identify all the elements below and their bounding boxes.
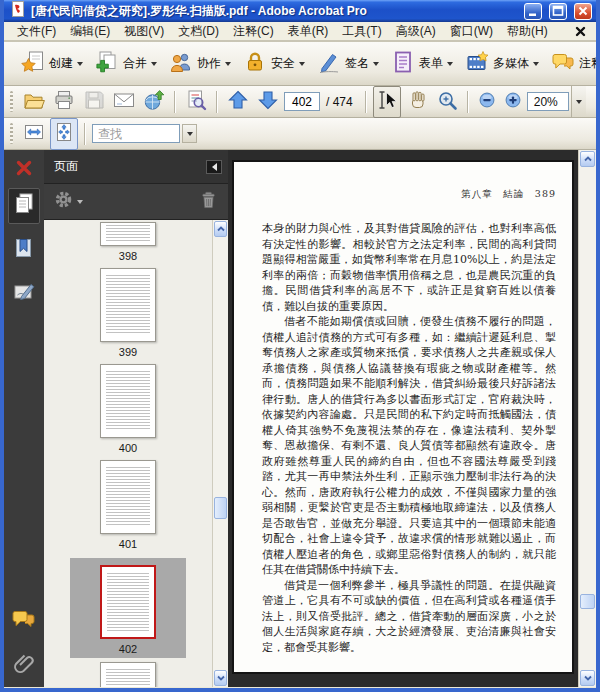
- scrollbar-thumb[interactable]: [214, 497, 227, 519]
- sign-icon: [317, 50, 341, 77]
- create-button-label: 创建: [49, 55, 73, 72]
- multimedia-button[interactable]: 多媒体: [459, 47, 545, 80]
- scroll-down-icon[interactable]: [580, 670, 595, 686]
- fit-width-button[interactable]: [20, 118, 48, 150]
- toolbar-separator: [467, 91, 469, 113]
- thumbnail-page-image[interactable]: [100, 460, 156, 534]
- close-panel-button[interactable]: [7, 152, 41, 184]
- panel-toolbar: [44, 184, 228, 220]
- zoom-dropdown-button[interactable]: [571, 86, 586, 117]
- security-icon: [243, 50, 267, 77]
- toolbar-gripper[interactable]: [10, 123, 13, 145]
- thumbnail-402-selected[interactable]: 402: [70, 558, 186, 658]
- menu-tools[interactable]: 工具(T): [335, 22, 388, 41]
- search-icon: [185, 89, 207, 115]
- thumbnail-page-image[interactable]: [100, 364, 156, 438]
- previous-page-button[interactable]: [224, 86, 252, 118]
- scroll-up-icon[interactable]: [214, 221, 227, 237]
- scrollbar-track[interactable]: [579, 168, 596, 669]
- chevron-down-icon: [151, 62, 157, 66]
- scrollbar-track[interactable]: [213, 238, 228, 669]
- forms-button[interactable]: 表单: [385, 47, 459, 80]
- thumbnail-398[interactable]: 398: [100, 222, 156, 262]
- save-button: [80, 86, 108, 118]
- hand-tool-button[interactable]: [403, 86, 431, 118]
- multimedia-icon: [465, 50, 489, 77]
- pages-panel: 页面 398 399: [44, 150, 228, 687]
- menu-view[interactable]: 视图(V): [117, 22, 171, 41]
- maximize-button[interactable]: [549, 3, 567, 20]
- menu-help[interactable]: 帮助(H): [500, 22, 555, 41]
- pages-panel-button[interactable]: [8, 188, 40, 224]
- thumbnail-401[interactable]: 401: [100, 460, 156, 550]
- tasks-toolbar: 创建 合并 协作 安全 签名 表单 多媒: [4, 42, 596, 86]
- bookmarks-panel-icon: [11, 235, 37, 265]
- panel-options-button[interactable]: [54, 190, 83, 213]
- next-page-button[interactable]: [254, 86, 282, 118]
- comments-panel-button[interactable]: [8, 603, 40, 639]
- zoom-level-combobox[interactable]: 20%: [527, 92, 569, 111]
- create-button[interactable]: 创建: [15, 47, 89, 80]
- thumbnail-403[interactable]: [100, 662, 156, 687]
- panel-header: 页面: [44, 150, 228, 184]
- zoom-in-button[interactable]: [501, 88, 525, 116]
- signatures-panel-button[interactable]: [8, 276, 40, 312]
- close-button[interactable]: [574, 3, 592, 20]
- menu-advanced[interactable]: 高级(A): [389, 22, 443, 41]
- menu-comments[interactable]: 注释(C): [226, 22, 281, 41]
- email-icon: [113, 89, 135, 115]
- document-scrollbar[interactable]: [578, 150, 596, 687]
- collapse-panel-button[interactable]: [206, 160, 222, 174]
- scroll-up-icon[interactable]: [580, 151, 595, 167]
- main-area: 页面 398 399: [4, 150, 596, 687]
- minimize-button[interactable]: [524, 3, 542, 20]
- attachments-panel-button[interactable]: [8, 647, 40, 683]
- collapse-panel-icon: [212, 163, 217, 171]
- menu-document[interactable]: 文档(D): [171, 22, 226, 41]
- print-button[interactable]: [50, 86, 78, 118]
- multimedia-button-label: 多媒体: [493, 55, 529, 72]
- thumbnail-400[interactable]: 400: [100, 364, 156, 454]
- zoom-out-button[interactable]: [475, 88, 499, 116]
- comment-button[interactable]: 注释: [545, 47, 600, 80]
- sign-button[interactable]: 签名: [311, 47, 385, 80]
- thumbnail-page-image[interactable]: [100, 222, 156, 246]
- chevron-down-icon: [77, 200, 83, 204]
- window-title: [唐代民间借贷之研究].罗彤华.扫描版.pdf - Adobe Acrobat …: [31, 3, 517, 20]
- thumbnail-page-image[interactable]: [100, 268, 156, 342]
- menu-forms[interactable]: 表单(R): [281, 22, 336, 41]
- select-tool-icon: [376, 89, 398, 115]
- email-button[interactable]: [110, 86, 138, 118]
- marquee-zoom-button[interactable]: [433, 86, 461, 118]
- scrollbar-thumb[interactable]: [580, 594, 595, 609]
- collaborate-button[interactable]: 协作: [163, 47, 237, 80]
- thumbnail-page-image[interactable]: [100, 662, 156, 687]
- search-button[interactable]: [182, 86, 210, 118]
- bookmarks-panel-button[interactable]: [8, 232, 40, 268]
- find-input[interactable]: [92, 124, 180, 143]
- menu-edit[interactable]: 编辑(E): [63, 22, 117, 41]
- combine-button[interactable]: 合并: [89, 47, 163, 80]
- document-page: 第八章 結論 389 本身的財力與心性，及其對借貸風險的評估，也對利率高低有決定…: [232, 160, 574, 674]
- find-dropdown-button[interactable]: [182, 124, 197, 143]
- thumbnail-page-image[interactable]: [100, 565, 156, 639]
- select-tool-button[interactable]: [373, 86, 401, 118]
- acrobat-window: [唐代民间借贷之研究].罗彤华.扫描版.pdf - Adobe Acrobat …: [0, 0, 600, 692]
- close-document-icon[interactable]: [571, 26, 590, 37]
- security-button[interactable]: 安全: [237, 47, 311, 80]
- toolbar-gripper[interactable]: [10, 91, 13, 113]
- toolbar-separator: [365, 91, 367, 113]
- page-number-input[interactable]: [284, 92, 320, 111]
- scroll-down-icon[interactable]: [214, 670, 227, 686]
- panel-scrollbar[interactable]: [212, 220, 228, 687]
- upload-button[interactable]: [140, 86, 168, 118]
- open-button[interactable]: [20, 86, 48, 118]
- menu-file[interactable]: 文件(F): [10, 22, 63, 41]
- thumbnail-label: 401: [119, 538, 137, 550]
- comment-button-label: 注释: [579, 55, 600, 72]
- delete-pages-button[interactable]: [199, 190, 218, 213]
- menu-window[interactable]: 窗口(W): [443, 22, 500, 41]
- fit-page-button[interactable]: [50, 118, 78, 150]
- chevron-down-icon: [187, 132, 193, 136]
- thumbnail-399[interactable]: 399: [100, 268, 156, 358]
